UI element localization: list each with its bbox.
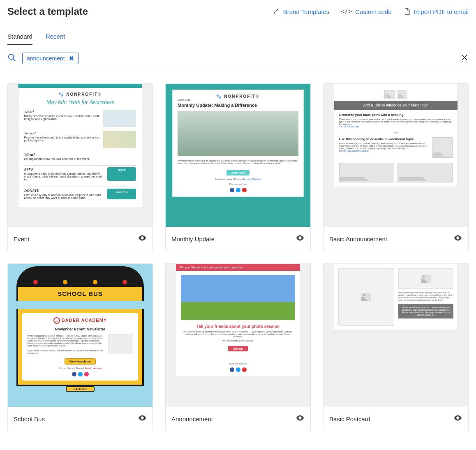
template-card-school-bus[interactable]: SCHOOL BUS ABADER ACADEMY November Paren… — [7, 263, 153, 431]
thumb-cta-button: SHARE — [228, 346, 248, 351]
youtube-icon — [242, 367, 247, 372]
custom-code-link[interactable]: </> Custom code — [341, 8, 391, 15]
thumb-body-text: Think about the purpose of your email. Y… — [339, 118, 453, 125]
template-card-basic-announcement[interactable]: Add a Title to Introduce Your Main Topic… — [323, 83, 469, 251]
template-grid: 🐾 NONPROFIT® May 6th: Walk for Awareness… — [7, 83, 469, 431]
facebook-icon — [230, 367, 234, 372]
svg-point-0 — [9, 54, 14, 60]
thumb-cta-button: View Newsletter — [65, 358, 95, 365]
thumb-when-heading: When? — [24, 152, 136, 157]
thumb-date: March 2015 — [178, 99, 298, 101]
import-pdf-label: Import PDF to email — [414, 8, 469, 15]
thumb-connect: Connect with us — [178, 183, 298, 185]
code-icon: </> — [341, 8, 352, 15]
brand-templates-link[interactable]: Brand Templates — [273, 8, 329, 15]
thumb-body-text-2: If you have more to share, use the butto… — [27, 349, 105, 354]
card-footer: Announcement — [166, 407, 310, 431]
import-pdf-link[interactable]: Import PDF to email — [403, 8, 469, 15]
thumb-connect: Connect with us — [176, 362, 300, 365]
preview-button[interactable] — [453, 233, 462, 244]
header-actions: Brand Templates </> Custom code Import P… — [273, 8, 469, 15]
eye-icon — [138, 413, 147, 422]
thumb-heading: May 6th: Walk for Awareness — [24, 99, 136, 106]
thumb-brand: 🐾 NONPROFIT® — [178, 94, 298, 99]
bus-light-icon — [122, 280, 127, 284]
chip-remove-icon[interactable]: ✖ — [69, 55, 74, 62]
template-card-monthly-update[interactable]: 🐾 NONPROFIT® March 2015 Monthly Update: … — [165, 83, 311, 251]
eye-icon — [296, 413, 305, 422]
close-icon — [460, 53, 469, 62]
thumb-bus-roof — [16, 266, 144, 287]
preview-button[interactable] — [138, 233, 147, 244]
thumb-where-text: Provide the address and share available … — [24, 136, 100, 142]
image-placeholder-icon — [432, 137, 453, 158]
thumb-heading: Monthly Update: Making a Difference — [178, 103, 298, 108]
card-footer: Event — [8, 227, 153, 251]
preview-button[interactable] — [296, 413, 305, 424]
card-title: Monthly Update — [171, 235, 215, 242]
image-placeholder-icon — [398, 268, 453, 289]
eye-icon — [453, 413, 462, 422]
template-card-announcement[interactable]: Tell your friends about your recent phot… — [165, 263, 311, 431]
thumb-where-heading: Where? — [24, 131, 100, 135]
bus-light-icon — [93, 280, 97, 284]
thumb-social-icons — [178, 188, 298, 192]
search-row: announcement ✖ — [7, 53, 469, 71]
thumb-heading: November Parent Newsletter — [27, 327, 133, 331]
header: Select a template Brand Templates </> Cu… — [7, 6, 469, 17]
template-thumbnail: 🐾 NONPROFIT® May 6th: Walk for Awareness… — [8, 84, 153, 227]
preview-button[interactable] — [138, 413, 147, 424]
eye-icon — [453, 233, 462, 242]
thumb-subheading: Reinforce your main point with a heading… — [339, 113, 453, 117]
twitter-icon — [236, 188, 240, 192]
tab-recent[interactable]: Recent — [46, 29, 65, 45]
facebook-icon — [72, 372, 76, 376]
pdf-icon — [403, 8, 411, 15]
card-footer: Basic Announcement — [323, 227, 468, 251]
paintbrush-icon — [273, 8, 280, 15]
thumb-body-text: What's happening at your school? Feature… — [27, 335, 105, 347]
thumb-title-band: Add a Title to Introduce Your Main Topic — [334, 101, 458, 110]
image-placeholder-icon — [397, 163, 453, 182]
thumb-donate-heading: DONATE — [24, 189, 104, 193]
thumb-social-icons — [176, 367, 300, 372]
template-card-event[interactable]: 🐾 NONPROFIT® May 6th: Walk for Awareness… — [7, 83, 153, 251]
thumb-meta: School Name | Phone | Email | Website — [27, 367, 133, 369]
thumb-rsvp-text: If supporters need to do anything specia… — [24, 172, 104, 181]
clear-search-button[interactable] — [460, 53, 469, 63]
tabs: Standard Recent — [7, 29, 469, 45]
template-thumbnail: Tell your friends about your recent phot… — [166, 264, 310, 407]
card-title: Basic Announcement — [329, 235, 387, 242]
preview-button[interactable] — [453, 413, 462, 424]
template-card-basic-postcard[interactable]: Write a message that is brief, friendly,… — [323, 263, 469, 431]
thumb-what-text: Briefly describe what the event is about… — [24, 115, 100, 120]
image-placeholder-icon — [339, 163, 394, 182]
thumb-image-placeholder — [103, 110, 136, 127]
card-title: Announcement — [171, 415, 213, 422]
thumb-rsvp-button: RSVP — [107, 167, 136, 181]
thumb-brand: ABADER ACADEMY — [27, 317, 133, 324]
eye-icon — [138, 233, 147, 242]
custom-code-label: Custom code — [355, 8, 391, 15]
card-footer: Monthly Update — [166, 227, 310, 251]
eye-icon — [296, 233, 305, 242]
search-icon[interactable] — [7, 53, 16, 64]
card-footer: School Bus — [8, 407, 153, 431]
page-title: Select a template — [7, 6, 88, 17]
thumb-when-text: Let supporters know the date and time of… — [24, 157, 136, 160]
thumb-bus-label: SCHOOL BUS — [16, 287, 144, 301]
image-placeholder-icon — [338, 268, 394, 326]
tab-standard[interactable]: Standard — [7, 29, 32, 45]
thumb-cta-button: Learn More — [226, 170, 250, 175]
thumb-brand: 🐾 NONPROFIT® — [24, 92, 136, 97]
search-chip: announcement ✖ — [22, 53, 79, 64]
thumb-license-plate: EDUC8 — [66, 386, 95, 392]
card-footer: Basic Postcard — [323, 407, 468, 431]
template-thumbnail: SCHOOL BUS ABADER ACADEMY November Paren… — [8, 264, 153, 407]
twitter-icon — [78, 372, 83, 376]
thumb-title-band: Tell your friends about your recent phot… — [176, 264, 300, 271]
thumb-image-row — [334, 84, 458, 101]
thumb-hero-image — [178, 111, 298, 156]
image-placeholder-icon — [384, 90, 395, 99]
preview-button[interactable] — [296, 233, 305, 244]
